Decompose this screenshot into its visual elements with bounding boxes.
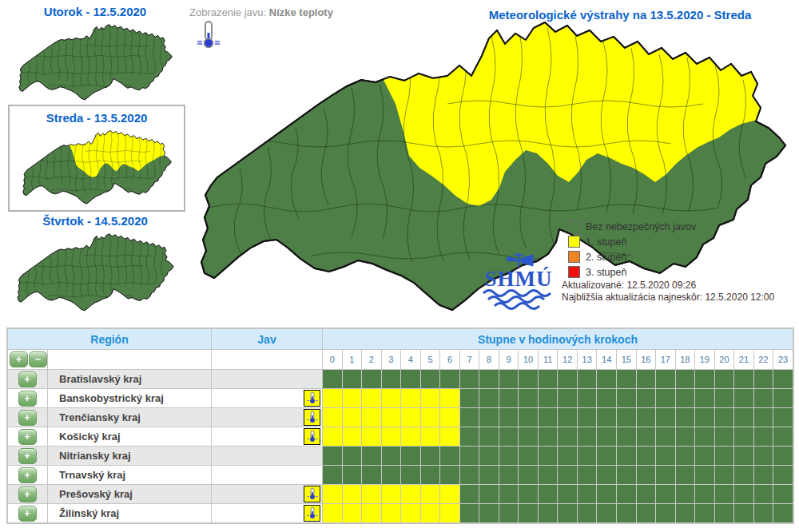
jav-cell: [212, 370, 323, 389]
warning-cell-hour-20: [714, 504, 734, 523]
hour-header-10: 10: [519, 350, 539, 370]
warning-cell-hour-10: [519, 485, 539, 504]
warning-cell-hour-1: [342, 389, 362, 408]
warning-cell-hour-7: [459, 466, 479, 485]
warning-cell-hour-9: [499, 504, 519, 523]
warning-cell-hour-5: [420, 485, 440, 504]
warning-cell-hour-22: [753, 389, 773, 408]
warning-cell-hour-1: [342, 427, 362, 447]
jav-cell: [212, 485, 323, 504]
day-tab-stvrtok[interactable]: Štvrtok - 14.5.2020: [6, 214, 184, 313]
warning-cell-hour-21: [734, 408, 754, 427]
warning-cell-hour-18: [675, 370, 695, 389]
warning-cell-hour-3: [381, 408, 401, 427]
day-tab-utorok-label[interactable]: Utorok - 12.5.2020: [6, 5, 184, 18]
hour-header-4: 4: [401, 350, 421, 370]
slovakia-minimap-streda[interactable]: [17, 127, 177, 206]
warning-cell-hour-11: [538, 427, 558, 447]
warning-cell-hour-1: [342, 466, 362, 485]
warning-cell-hour-19: [695, 427, 715, 447]
warning-cell-hour-8: [479, 427, 499, 447]
collapse-all-button[interactable]: −: [29, 351, 47, 367]
day-tab-stvrtok-label[interactable]: Štvrtok - 14.5.2020: [6, 214, 184, 228]
low-temperature-icon: [304, 390, 320, 407]
warning-cell-hour-16: [636, 408, 656, 427]
region-row: +Prešovský kraj: [8, 485, 793, 504]
expand-region-button[interactable]: +: [18, 410, 37, 426]
low-temperature-icon: [304, 428, 320, 445]
warning-cell-hour-0: [323, 485, 343, 504]
warning-cell-hour-6: [440, 447, 460, 466]
warning-cell-hour-12: [558, 427, 578, 447]
warning-cell-hour-10: [519, 447, 539, 466]
expand-region-button[interactable]: +: [18, 506, 37, 522]
expand-region-button[interactable]: +: [18, 486, 37, 502]
warning-cell-hour-23: [773, 447, 793, 466]
warning-cell-hour-21: [734, 504, 754, 523]
warning-cell-hour-2: [362, 427, 382, 447]
slovakia-minimap-utorok[interactable]: [13, 21, 177, 102]
warning-cell-hour-20: [714, 408, 734, 427]
warning-cell-hour-7: [459, 427, 479, 447]
warning-cell-hour-3: [381, 427, 401, 447]
expand-all-button[interactable]: +: [10, 351, 28, 367]
warning-cell-hour-18: [675, 427, 695, 447]
hour-header-8: 8: [479, 350, 499, 370]
legend-swatch-level-1: [568, 236, 580, 248]
warning-cell-hour-12: [558, 447, 578, 466]
blank-header-region: [48, 350, 212, 370]
expand-region-button[interactable]: +: [18, 391, 37, 407]
warning-cell-hour-4: [401, 504, 421, 523]
slovakia-minimap-stvrtok[interactable]: [13, 230, 177, 313]
warning-cell-hour-22: [753, 485, 773, 504]
expand-region-button[interactable]: +: [18, 448, 37, 464]
region-row: +Košický kraj: [8, 427, 793, 447]
warning-cell-hour-3: [381, 504, 401, 523]
hour-header-16: 16: [636, 350, 656, 370]
map-title: Meteorologické výstrahy na 13.5.2020 - S…: [447, 8, 793, 22]
warning-cell-hour-6: [440, 466, 460, 485]
day-tab-streda-selected[interactable]: Streda - 13.5.2020: [8, 105, 185, 212]
shmu-logo-text: SHMÚ: [485, 267, 553, 291]
expand-cell: +: [8, 427, 48, 447]
warning-cell-hour-7: [459, 485, 479, 504]
hour-header-13: 13: [577, 350, 597, 370]
warning-cell-hour-20: [714, 427, 734, 447]
warning-cell-hour-13: [577, 447, 597, 466]
warning-cell-hour-6: [440, 370, 460, 389]
day-tab-utorok[interactable]: Utorok - 12.5.2020: [6, 5, 184, 102]
region-row: +Bratislavský kraj: [8, 370, 793, 389]
column-header-hours: Stupne v hodinových krokoch: [323, 329, 793, 350]
column-header-jav: Jav: [212, 329, 323, 350]
region-name: Prešovský kraj: [48, 485, 212, 504]
warning-cell-hour-15: [616, 466, 636, 485]
warning-cell-hour-13: [577, 370, 597, 389]
warning-cell-hour-19: [695, 447, 715, 466]
hour-header-9: 9: [499, 350, 519, 370]
expand-region-button[interactable]: +: [18, 467, 37, 483]
warning-cell-hour-18: [675, 504, 695, 523]
hour-header-0: 0: [323, 350, 343, 370]
warning-cell-hour-11: [538, 447, 558, 466]
warning-cell-hour-20: [714, 485, 734, 504]
warning-cell-hour-9: [499, 389, 519, 408]
day-tab-streda-label[interactable]: Streda - 13.5.2020: [10, 111, 184, 125]
legend-item: 1. stupeň: [568, 236, 696, 248]
warning-cell-hour-21: [734, 466, 754, 485]
warning-cell-hour-8: [479, 408, 499, 427]
update-info: Aktualizované: 12.5.2020 09:26 Najbližši…: [562, 280, 774, 304]
warning-cell-hour-10: [519, 466, 539, 485]
warning-cell-hour-23: [773, 485, 793, 504]
warning-cell-hour-12: [558, 370, 578, 389]
blank-header-jav: [212, 350, 323, 370]
warning-cell-hour-22: [753, 408, 773, 427]
warning-cell-hour-1: [342, 447, 362, 466]
hour-header-14: 14: [597, 350, 617, 370]
expand-region-button[interactable]: +: [18, 429, 37, 445]
warning-cell-hour-23: [773, 408, 793, 427]
warning-cell-hour-11: [538, 389, 558, 408]
expand-region-button[interactable]: +: [18, 371, 37, 387]
warning-cell-hour-7: [459, 389, 479, 408]
hour-header-2: 2: [362, 350, 382, 370]
warning-cell-hour-13: [577, 466, 597, 485]
